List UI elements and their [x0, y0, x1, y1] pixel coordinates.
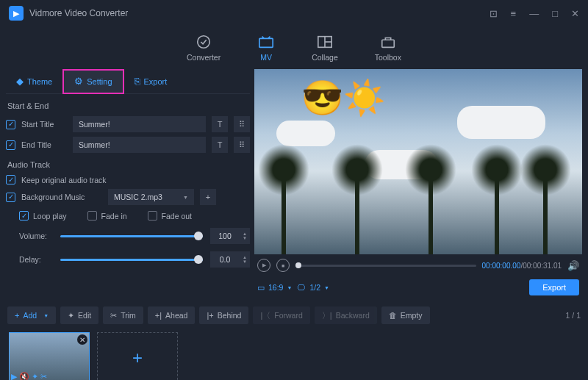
forward-button[interactable]: |〈Forward — [253, 306, 309, 324]
loop-play-checkbox[interactable] — [19, 211, 29, 221]
sun-sticker[interactable]: 😎☀️ — [301, 78, 385, 118]
ahead-button[interactable]: +|Ahead — [148, 306, 196, 324]
gear-icon: ⚙ — [74, 76, 83, 87]
behind-button[interactable]: |+Behind — [199, 306, 248, 324]
svg-point-0 — [198, 36, 210, 49]
keep-original-checkbox[interactable] — [6, 175, 15, 184]
converter-icon — [195, 34, 212, 50]
volume-thumb[interactable] — [194, 232, 203, 240]
end-title-checkbox[interactable] — [6, 140, 15, 150]
scissors-icon: ✂ — [110, 311, 117, 320]
plus-icon: + — [15, 311, 19, 320]
aspect-ratio-select[interactable]: ▭16:9▼ — [257, 283, 292, 292]
subtab-export[interactable]: ⎘Export — [124, 69, 178, 94]
trim-button[interactable]: ✂Trim — [103, 306, 143, 324]
edit-icon: ✦ — [68, 311, 74, 320]
close-icon[interactable]: ✕ — [571, 8, 579, 19]
forward-icon: |〈 — [260, 310, 270, 321]
video-preview: 😎☀️ — [254, 69, 582, 254]
start-title-text-icon[interactable]: T — [212, 116, 228, 132]
volume-icon[interactable]: 🔊 — [567, 260, 579, 271]
minimize-icon[interactable]: — — [529, 8, 539, 19]
section-audio-track: Audio Track — [7, 160, 250, 169]
svg-rect-5 — [382, 40, 395, 47]
tab-toolbox[interactable]: Toolbox — [375, 34, 401, 62]
start-title-grid-icon[interactable]: ⠿ — [234, 116, 250, 132]
time-display: 00:00:00.00/00:00:31.01 — [482, 262, 562, 270]
section-start-end: Start & End — [7, 101, 250, 110]
add-music-button[interactable]: + — [200, 189, 216, 205]
tab-mv[interactable]: MV — [257, 34, 275, 62]
export-icon: ⎘ — [135, 76, 140, 87]
play-button[interactable]: ▶ — [257, 259, 270, 272]
fade-in-checkbox[interactable] — [87, 211, 97, 221]
keep-original-label: Keep original audio track — [21, 176, 107, 184]
start-title-label: Start Title — [21, 120, 67, 129]
thumb-mute-icon[interactable]: 🔇 — [19, 372, 29, 380]
behind-icon: |+ — [207, 311, 213, 320]
thumb-play-icon[interactable]: ▶ — [11, 372, 17, 380]
remove-clip-button[interactable]: ✕ — [77, 334, 87, 345]
maximize-icon[interactable]: □ — [552, 8, 558, 19]
export-button[interactable]: Export — [529, 279, 579, 295]
empty-button[interactable]: 🗑Empty — [381, 306, 430, 324]
bg-music-checkbox[interactable] — [6, 193, 15, 202]
tab-collage[interactable]: Collage — [312, 34, 338, 62]
bg-music-label: Background Music — [21, 193, 102, 201]
end-title-input[interactable] — [73, 137, 206, 153]
toolbox-icon — [379, 34, 397, 50]
end-title-label: End Title — [21, 140, 67, 149]
bg-music-dropdown[interactable]: MUSIC 2.mp3 — [108, 189, 194, 205]
backward-icon: 〉| — [322, 310, 332, 321]
delay-slider[interactable] — [60, 259, 203, 261]
backward-button[interactable]: 〉|Backward — [315, 306, 377, 324]
start-title-checkbox[interactable] — [6, 120, 15, 129]
delay-thumb[interactable] — [194, 255, 203, 264]
app-title: Vidmore Video Converter — [29, 8, 490, 18]
aspect-icon: ▭ — [257, 283, 265, 292]
feedback-icon[interactable]: ⊡ — [490, 8, 498, 19]
stop-button[interactable]: ■ — [276, 259, 290, 272]
screen-icon: 🖵 — [298, 283, 306, 292]
volume-label: Volume: — [19, 232, 53, 240]
theme-icon: ◆ — [16, 76, 24, 87]
start-title-input[interactable] — [73, 116, 206, 132]
tab-converter[interactable]: Converter — [187, 34, 220, 62]
thumb-star-icon[interactable]: ✦ — [32, 372, 38, 380]
fade-out-checkbox[interactable] — [148, 211, 157, 221]
thumb-cut-icon[interactable]: ✂ — [40, 372, 47, 380]
app-logo: ▶ — [9, 6, 24, 21]
end-title-text-icon[interactable]: T — [212, 137, 228, 153]
end-title-grid-icon[interactable]: ⠿ — [234, 137, 250, 153]
collage-icon — [316, 34, 334, 50]
volume-spinner[interactable]: 100▲▼ — [210, 228, 250, 244]
edit-button[interactable]: ✦Edit — [60, 306, 98, 324]
subtab-theme[interactable]: ◆Theme — [6, 69, 62, 94]
trash-icon: 🗑 — [389, 311, 397, 320]
zoom-select[interactable]: 🖵1/2▼ — [298, 283, 329, 292]
svg-rect-1 — [259, 38, 273, 47]
delay-spinner[interactable]: 0.0▲▼ — [210, 251, 250, 268]
page-info: 1 / 1 — [566, 311, 581, 320]
progress-bar[interactable] — [295, 265, 476, 267]
menu-icon[interactable]: ≡ — [511, 8, 517, 19]
subtab-setting[interactable]: ⚙Setting — [62, 69, 123, 94]
delay-label: Delay: — [19, 255, 53, 264]
clip-thumbnail[interactable]: ✕ ▶ 🔇 ✦ ✂ — [9, 332, 90, 380]
mv-icon — [257, 34, 275, 50]
ahead-icon: +| — [155, 311, 162, 320]
volume-slider[interactable] — [60, 235, 203, 237]
add-button[interactable]: +Add▼ — [7, 306, 56, 324]
add-clip-button[interactable]: + — [97, 332, 178, 380]
